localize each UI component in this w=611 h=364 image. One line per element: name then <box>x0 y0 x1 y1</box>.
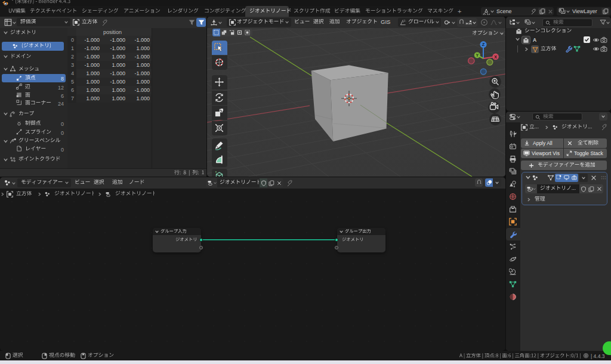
svg-text:X: X <box>494 55 497 59</box>
svg-text:Y: Y <box>476 53 479 57</box>
svg-text:Z: Z <box>482 42 485 47</box>
